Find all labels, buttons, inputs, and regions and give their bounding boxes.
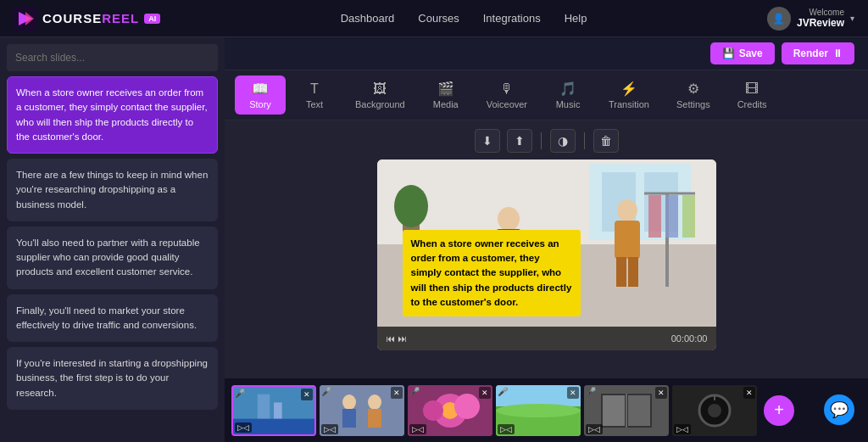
settings-icon: ⚙ [687, 81, 699, 97]
top-nav: COURSEREEL AI Dashboard Courses Integrat… [0, 0, 868, 37]
nav-right: 👤 Welcome JVReview ▾ [767, 7, 854, 31]
transition-icon: ⚡ [620, 81, 637, 97]
mic-icon-5: 🎤 [586, 387, 596, 396]
film-thumb-3[interactable]: 🎤 ✕ ▷◁ [408, 385, 492, 436]
tab-text-label: Text [306, 99, 323, 109]
add-slide-button[interactable]: + [764, 395, 794, 426]
svg-rect-22 [682, 195, 695, 238]
canvas-overlay-text: When a store owner receives an order fro… [403, 230, 581, 316]
left-sidebar: When a store owner receives an order fro… [0, 37, 225, 442]
render-button[interactable]: Render ⏸ [782, 42, 854, 64]
logo-badge: AI [144, 14, 160, 24]
text-icon: T [310, 81, 319, 97]
svg-point-14 [617, 199, 637, 221]
svg-rect-21 [665, 195, 678, 238]
svg-rect-34 [368, 409, 381, 428]
tab-music[interactable]: 🎵 Music [542, 76, 593, 115]
film-thumb-1[interactable]: 🎤 ✕ ▷◁ [231, 385, 316, 436]
voiceover-icon: 🎙 [500, 81, 514, 97]
tab-story[interactable]: 📖 Story [235, 76, 286, 115]
slide-card-4[interactable]: Finally, you'll need to market your stor… [7, 294, 218, 343]
tab-text[interactable]: T Text [289, 76, 340, 115]
slide-card-1[interactable]: When a store owner receives an order fro… [7, 76, 218, 154]
tab-story-label: Story [249, 99, 271, 109]
mic-icon-1: 🎤 [235, 389, 245, 398]
save-button[interactable]: 💾 Save [710, 42, 775, 64]
toolbar-divider-2 [584, 132, 585, 149]
svg-rect-15 [615, 221, 640, 259]
thumb-badge-1: ▷◁ [235, 422, 252, 433]
thumb-badge-3: ▷◁ [409, 424, 426, 434]
background-icon: 🖼 [373, 81, 387, 97]
save-label: Save [739, 48, 763, 59]
delete-thumb-6[interactable]: ✕ [743, 387, 755, 399]
tab-credits[interactable]: 🎞 Credits [726, 76, 779, 115]
content-header: 💾 Save Render ⏸ [225, 37, 868, 70]
delete-button[interactable]: 🗑 [593, 129, 619, 153]
nav-links: Dashboard Courses Integrations Help [341, 12, 587, 25]
svg-rect-47 [603, 395, 625, 426]
avatar: 👤 [767, 7, 791, 31]
film-thumb-5[interactable]: 🎤 ✕ ▷◁ [584, 385, 669, 436]
main-layout: When a store owner receives an order fro… [0, 37, 868, 442]
time-display: 00:00:00 [671, 333, 708, 344]
mic-icon-3: 🎤 [409, 387, 420, 396]
slide-card-5[interactable]: If you're interested in starting a drops… [7, 347, 218, 410]
move-down-button[interactable]: ⬇ [475, 129, 500, 153]
editor-area: ⬇ ⬆ ◑ 🗑 [225, 120, 868, 378]
film-thumb-6[interactable]: ✕ ▷◁ [672, 385, 757, 436]
svg-rect-48 [628, 395, 650, 426]
svg-rect-16 [616, 257, 626, 287]
tab-media-label: Media [433, 99, 459, 109]
layers-button[interactable]: ◑ [550, 129, 576, 153]
toolbar-divider [541, 132, 542, 149]
delete-thumb-4[interactable]: ✕ [567, 387, 579, 399]
delete-thumb-3[interactable]: ✕ [479, 387, 491, 399]
user-greeting: Welcome [810, 8, 845, 17]
tab-settings[interactable]: ⚙ Settings [665, 76, 722, 115]
play-controls[interactable]: ⏮ ⏭ [386, 333, 407, 344]
logo: COURSEREEL AI [14, 7, 160, 31]
delete-thumb-5[interactable]: ✕ [655, 387, 667, 399]
tab-background[interactable]: 🖼 Background [343, 76, 417, 115]
delete-thumb-1[interactable]: ✕ [301, 389, 313, 400]
save-icon: 💾 [722, 48, 735, 59]
filmstrip: 🎤 ✕ ▷◁ 🎤 ✕ ▷◁ [225, 378, 868, 442]
chevron-down-icon: ▾ [850, 14, 854, 23]
thumb-badge-5: ▷◁ [586, 424, 603, 434]
slide-card-3[interactable]: You'll also need to partner with a reput… [7, 227, 218, 289]
nav-integrations[interactable]: Integrations [483, 12, 541, 25]
tab-voiceover[interactable]: 🎙 Voiceover [475, 76, 539, 115]
chat-button[interactable]: 💬 [824, 394, 854, 425]
svg-rect-17 [628, 257, 638, 287]
canvas: When a store owner receives an order fro… [377, 159, 716, 350]
user-area[interactable]: 👤 Welcome JVReview ▾ [767, 7, 854, 31]
render-label: Render [793, 48, 828, 59]
delete-thumb-2[interactable]: ✕ [391, 387, 403, 399]
action-buttons: 💾 Save Render ⏸ [710, 42, 854, 64]
svg-point-9 [394, 185, 428, 227]
thumb-badge-6: ▷◁ [674, 424, 691, 434]
nav-dashboard[interactable]: Dashboard [341, 12, 395, 25]
nav-courses[interactable]: Courses [418, 12, 459, 25]
tab-transition-label: Transition [609, 99, 649, 109]
svg-rect-32 [342, 409, 356, 428]
mini-toolbar: ⬇ ⬆ ◑ 🗑 [475, 129, 619, 153]
mic-icon-4: 🎤 [498, 387, 508, 396]
tab-media[interactable]: 🎬 Media [420, 76, 471, 115]
svg-point-51 [708, 404, 721, 417]
nav-help[interactable]: Help [565, 12, 587, 25]
tab-transition[interactable]: ⚡ Transition [597, 76, 661, 115]
slide-card-2[interactable]: There are a few things to keep in mind w… [7, 159, 218, 221]
svg-point-39 [454, 394, 480, 419]
move-up-button[interactable]: ⬆ [507, 129, 532, 153]
logo-text: COURSEREEL [42, 11, 139, 25]
svg-point-43 [496, 404, 581, 417]
tab-background-label: Background [355, 99, 405, 109]
film-thumb-4[interactable]: 🎤 ✕ ▷◁ [496, 385, 581, 436]
svg-point-38 [423, 400, 443, 421]
mic-icon-2: 🎤 [321, 387, 331, 396]
render-icon: ⏸ [832, 48, 843, 59]
search-input[interactable] [7, 44, 218, 71]
film-thumb-2[interactable]: 🎤 ✕ ▷◁ [320, 385, 404, 436]
